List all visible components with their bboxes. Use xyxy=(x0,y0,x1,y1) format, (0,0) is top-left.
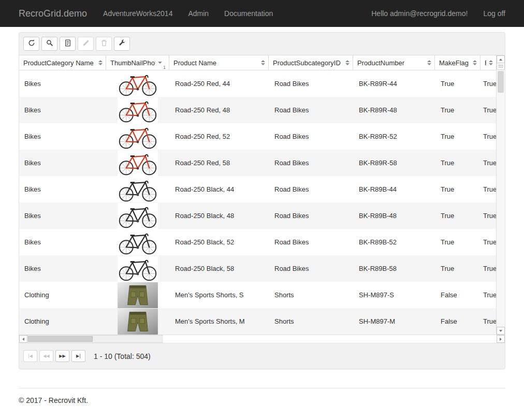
column-header-name[interactable]: Product Name xyxy=(169,55,269,70)
table-row[interactable]: BikesRoad-250 Red, 48Road BikesBK-R89R-4… xyxy=(19,97,496,123)
cell-finished: True xyxy=(481,308,496,335)
hscroll-spacer xyxy=(163,335,497,343)
settings-button[interactable] xyxy=(114,37,130,51)
table-row[interactable]: BikesRoad-250 Red, 44Road BikesBK-R89R-4… xyxy=(19,70,496,97)
column-label: ProductNumber xyxy=(357,59,404,67)
arrow-up-icon xyxy=(499,59,502,61)
bike-image xyxy=(117,256,158,282)
cell-category: Clothing xyxy=(19,282,106,308)
cell-number: BK-R89B-52 xyxy=(353,229,435,255)
cell-subcategory: Road Bikes xyxy=(269,176,353,202)
pencil-icon xyxy=(82,39,90,48)
cell-name: Men's Sports Shorts, S xyxy=(169,282,269,308)
cell-name: Road-250 Red, 52 xyxy=(169,123,269,150)
cell-subcategory: Shorts xyxy=(269,282,353,308)
navbar: RecroGrid.demo AdventureWorks2014AdminDo… xyxy=(0,0,524,27)
column-label: ProductCategory Name xyxy=(23,59,94,67)
cell-name: Road-250 Red, 58 xyxy=(169,150,269,176)
cell-make: True xyxy=(435,150,481,176)
vertical-scroll-track[interactable] xyxy=(497,70,505,327)
brand-link[interactable]: RecroGrid.demo xyxy=(19,8,87,19)
table-row[interactable]: BikesRoad-250 Black, 52Road BikesBK-R89B… xyxy=(19,229,496,255)
nav-item-documentation[interactable]: Documentation xyxy=(216,1,281,26)
sort-icon xyxy=(343,60,350,65)
cell-category: Bikes xyxy=(19,150,106,176)
grid-panel: ProductCategory NameThumbNailPhoto1Produ… xyxy=(19,32,505,369)
copyright-text: © 2017 - Recrovit Kft. xyxy=(19,388,505,412)
bike-image xyxy=(117,229,158,255)
next-page-button[interactable]: ▶▶ xyxy=(55,350,69,362)
account-greeting-link[interactable]: Hello admin@recrogrid.demo! xyxy=(363,1,475,26)
nav-item-adventureworks2014[interactable]: AdventureWorks2014 xyxy=(95,1,180,26)
vertical-scrollbar[interactable] xyxy=(496,55,505,335)
product-thumbnail xyxy=(106,308,169,335)
first-page-button[interactable]: |◀ xyxy=(23,350,37,362)
nav-item-admin[interactable]: Admin xyxy=(180,1,216,26)
scroll-up-button[interactable] xyxy=(497,55,505,63)
column-header-number[interactable]: ProductNumber xyxy=(353,55,435,70)
cell-make: True xyxy=(435,97,481,123)
bike-image xyxy=(117,124,158,150)
sort-order-badge: 1 xyxy=(163,65,166,70)
arrow-left-icon xyxy=(22,338,24,341)
main-container: ProductCategory NameThumbNailPhoto1Produ… xyxy=(19,32,505,412)
arrow-right-icon xyxy=(500,338,502,341)
product-thumbnail xyxy=(106,176,169,202)
cell-name: Road-250 Red, 48 xyxy=(169,97,269,123)
cell-category: Bikes xyxy=(19,97,106,123)
cell-number: BK-R89R-58 xyxy=(353,150,435,176)
table-row[interactable]: ClothingMen's Sports Shorts, MShortsSH-M… xyxy=(19,308,496,335)
scroll-down-button[interactable] xyxy=(497,327,505,335)
horizontal-scroll-track[interactable] xyxy=(27,335,163,343)
last-page-button[interactable]: ▶| xyxy=(71,350,85,362)
scroll-left-button[interactable] xyxy=(19,335,27,343)
bike-image xyxy=(117,150,158,176)
search-button[interactable] xyxy=(41,37,57,51)
refresh-button[interactable] xyxy=(23,37,39,51)
horizontal-scrollbar[interactable] xyxy=(19,335,505,343)
sort-icon xyxy=(425,60,431,65)
logoff-link[interactable]: Log off xyxy=(475,1,513,26)
product-thumbnail xyxy=(106,70,169,97)
cell-make: True xyxy=(435,176,481,202)
shorts-image xyxy=(117,282,158,308)
grid-toolbar xyxy=(19,33,505,55)
cell-finished: True xyxy=(481,176,496,202)
trash-icon xyxy=(100,39,108,48)
grip-dots-icon xyxy=(498,64,503,68)
cell-name: Road-250 Black, 52 xyxy=(169,229,269,255)
bike-image xyxy=(117,97,158,123)
product-thumbnail xyxy=(106,229,169,255)
column-header-finished[interactable]: FinishedGoodsFlag xyxy=(481,55,496,70)
cell-name: Road-250 Black, 58 xyxy=(169,255,269,282)
column-header-subcategory[interactable]: ProductSubcategoryID xyxy=(269,55,353,70)
grid-grip-icon[interactable] xyxy=(497,63,505,70)
table-row[interactable]: BikesRoad-250 Black, 48Road BikesBK-R89B… xyxy=(19,202,496,229)
horizontal-scroll-thumb[interactable] xyxy=(28,336,93,342)
delete-button[interactable] xyxy=(96,37,112,51)
table-row[interactable]: BikesRoad-250 Black, 44Road BikesBK-R89B… xyxy=(19,176,496,202)
cell-make: True xyxy=(435,229,481,255)
table-row[interactable]: BikesRoad-250 Red, 58Road BikesBK-R89R-5… xyxy=(19,150,496,176)
edit-button[interactable] xyxy=(78,37,94,51)
column-header-category[interactable]: ProductCategory Name xyxy=(19,55,106,70)
cell-category: Bikes xyxy=(19,70,106,97)
cell-make: False xyxy=(435,308,481,335)
search-icon xyxy=(46,39,53,48)
details-button[interactable] xyxy=(60,37,76,51)
column-label: ThumbNailPhoto xyxy=(110,59,155,67)
column-header-thumbnail[interactable]: ThumbNailPhoto1 xyxy=(106,55,169,70)
column-header-make[interactable]: MakeFlag xyxy=(435,55,481,70)
bike-image xyxy=(117,177,158,202)
table-row[interactable]: BikesRoad-250 Red, 52Road BikesBK-R89R-5… xyxy=(19,123,496,150)
scroll-right-button[interactable] xyxy=(497,335,505,343)
product-thumbnail xyxy=(106,150,169,176)
sort-icon xyxy=(486,60,493,65)
vertical-scroll-thumb[interactable] xyxy=(498,71,504,93)
table-row[interactable]: BikesRoad-250 Black, 58Road BikesBK-R89B… xyxy=(19,255,496,282)
shorts-image xyxy=(117,309,158,335)
prev-page-button[interactable]: ◀◀ xyxy=(39,350,53,362)
cell-make: True xyxy=(435,202,481,229)
table-row[interactable]: ClothingMen's Sports Shorts, SShortsSH-M… xyxy=(19,282,496,308)
cell-name: Road-250 Black, 48 xyxy=(169,202,269,229)
